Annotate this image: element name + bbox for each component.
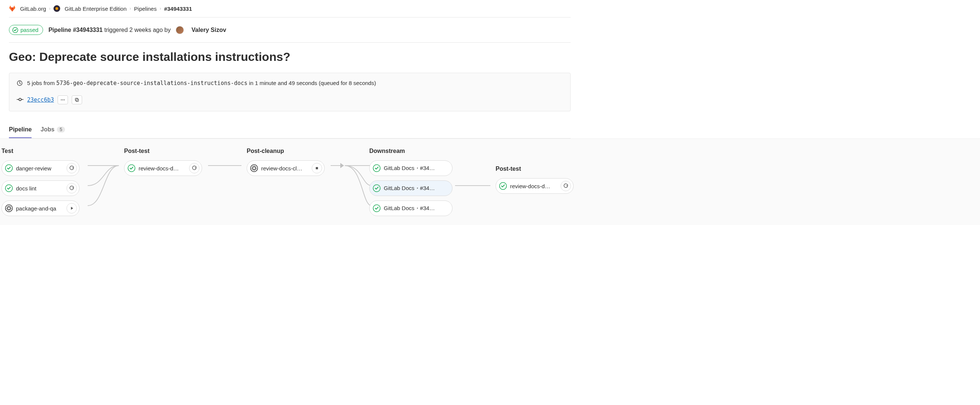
check-circle-icon <box>5 164 13 172</box>
job-pill[interactable]: review-docs-d… <box>496 178 574 194</box>
status-label: passed <box>21 27 38 33</box>
job-name: docs lint <box>16 185 64 192</box>
stage-column: Testdanger-reviewdocs lintpackage-and-qa <box>2 148 109 216</box>
play-button[interactable] <box>67 203 77 213</box>
svg-line-18 <box>7 206 8 207</box>
ellipsis-icon <box>60 97 65 102</box>
svg-rect-9 <box>75 98 78 101</box>
check-circle-icon <box>127 164 135 172</box>
stage-column: Post-cleanupreview-docs-cl… <box>247 148 355 176</box>
check-circle-icon <box>5 184 13 192</box>
breadcrumb-section[interactable]: Pipelines <box>134 6 157 12</box>
svg-point-13 <box>8 207 10 210</box>
retry-button[interactable] <box>189 163 199 173</box>
check-circle-icon <box>372 204 381 212</box>
pipeline-info-box: 5 jobs from 5736-geo-deprecate-source-in… <box>9 73 571 111</box>
job-name: package-and-qa <box>16 205 64 211</box>
copy-sha-button[interactable] <box>72 95 82 104</box>
svg-point-6 <box>62 100 64 101</box>
job-name: GitLab Docs・#34… <box>384 205 450 212</box>
chevron-right-icon: › <box>49 6 51 11</box>
author-name[interactable]: Valery Sizov <box>191 27 226 33</box>
svg-line-29 <box>252 166 253 167</box>
job-pill[interactable]: GitLab Docs・#34… <box>369 160 452 176</box>
check-circle-icon <box>372 184 381 192</box>
retry-button[interactable] <box>561 181 571 191</box>
stage-column: Post-testreview-docs-d… <box>124 148 232 176</box>
svg-point-2 <box>19 98 21 100</box>
pipeline-jobs-info: 5 jobs from 5736-geo-deprecate-source-in… <box>17 80 563 86</box>
job-name: danger-review <box>16 165 64 172</box>
check-circle-icon <box>12 27 18 33</box>
svg-rect-8 <box>76 99 79 102</box>
pipeline-header: passed Pipeline #34943331 triggered 2 we… <box>9 17 571 42</box>
check-circle-icon <box>372 164 381 172</box>
breadcrumb-current: #34943331 <box>164 6 192 12</box>
job-pill[interactable]: docs lint <box>2 180 80 196</box>
job-pill[interactable]: GitLab Docs・#34… <box>369 180 452 196</box>
tabs: Pipeline Jobs 5 <box>9 122 571 138</box>
chevron-right-icon: › <box>160 6 161 11</box>
svg-rect-33 <box>316 167 318 169</box>
job-pill[interactable]: GitLab Docs・#34… <box>369 200 452 216</box>
project-icon: ⬢ <box>54 5 60 12</box>
stop-button[interactable] <box>312 163 322 173</box>
job-name: GitLab Docs・#34… <box>384 185 450 192</box>
breadcrumb-org[interactable]: GitLab.org <box>20 6 46 12</box>
gear-circle-icon <box>250 164 258 172</box>
gear-circle-icon <box>5 204 13 212</box>
tab-jobs[interactable]: Jobs 5 <box>40 122 65 138</box>
svg-line-19 <box>10 210 11 210</box>
breadcrumb: GitLab.org › ⬢ GitLab Enterprise Edition… <box>9 0 571 17</box>
svg-point-7 <box>64 100 65 101</box>
chevron-right-icon: › <box>130 6 131 11</box>
job-pill[interactable]: review-docs-d… <box>124 160 202 176</box>
job-pill[interactable]: danger-review <box>2 160 80 176</box>
stage-title: Post-cleanup <box>247 148 355 154</box>
svg-line-21 <box>10 206 11 207</box>
tab-pipeline[interactable]: Pipeline <box>9 122 32 138</box>
divider <box>9 42 571 43</box>
job-pill[interactable]: review-docs-cl… <box>247 160 325 176</box>
job-name: review-docs-d… <box>138 165 186 172</box>
commit-icon <box>17 96 24 104</box>
job-pill[interactable]: package-and-qa <box>2 200 80 216</box>
job-name: review-docs-cl… <box>261 165 309 172</box>
stage-title: Post-test <box>124 148 232 154</box>
breadcrumb-project[interactable]: GitLab Enterprise Edition <box>65 6 127 12</box>
retry-button[interactable] <box>67 163 77 173</box>
job-name: GitLab Docs・#34… <box>384 165 450 172</box>
job-name: review-docs-d… <box>510 183 558 189</box>
copy-icon <box>74 97 80 102</box>
commit-info: 23ecc6b3 <box>17 95 563 104</box>
more-options-button[interactable] <box>57 95 68 104</box>
stage-title: Test <box>2 148 109 154</box>
check-circle-icon <box>499 182 507 190</box>
svg-point-5 <box>61 100 62 101</box>
svg-line-30 <box>255 169 256 170</box>
svg-line-20 <box>7 210 8 210</box>
svg-point-24 <box>253 167 256 170</box>
stage-title: Downstream <box>369 148 481 154</box>
svg-line-31 <box>252 169 253 170</box>
page-title: Geo: Deprecate source installations inst… <box>9 50 571 64</box>
gitlab-icon <box>9 5 16 12</box>
stage-column: DownstreamGitLab Docs・#34…GitLab Docs・#3… <box>369 148 481 216</box>
commit-sha[interactable]: 23ecc6b3 <box>27 97 54 103</box>
stage-column: Post-testreview-docs-d… <box>496 148 603 194</box>
clock-icon <box>17 80 23 86</box>
pipeline-trigger-text: Pipeline #34943331 triggered 2 weeks ago… <box>48 27 170 33</box>
jobs-count-badge: 5 <box>57 127 65 132</box>
avatar[interactable] <box>176 26 184 34</box>
status-badge[interactable]: passed <box>9 25 43 35</box>
pipeline-graph: Testdanger-reviewdocs lintpackage-and-qa… <box>0 138 980 225</box>
svg-line-32 <box>255 166 256 167</box>
stage-title: Post-test <box>496 165 603 172</box>
retry-button[interactable] <box>67 183 77 194</box>
